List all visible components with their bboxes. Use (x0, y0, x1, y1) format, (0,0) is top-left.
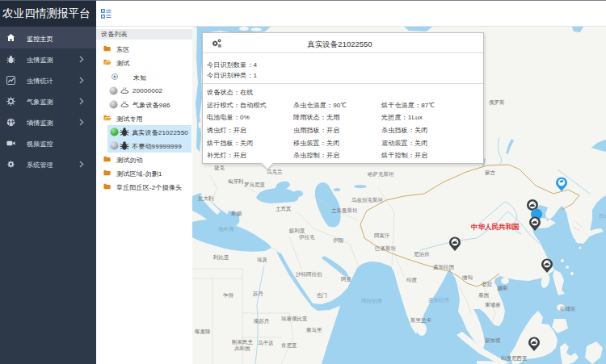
svg-text:土库曼斯坦: 土库曼斯坦 (331, 207, 358, 214)
svg-text:乌兹别克斯坦: 乌兹别克斯坦 (351, 197, 384, 203)
svg-text:意大利: 意大利 (197, 195, 214, 201)
svg-text:新加坡: 新加坡 (485, 337, 501, 343)
svg-text:阿曼: 阿曼 (341, 276, 352, 282)
svg-text:叙利亚: 叙利亚 (288, 228, 305, 234)
svg-text:老挝: 老挝 (482, 281, 493, 287)
svg-text:苏丹: 苏丹 (252, 291, 264, 297)
svg-text:希腊: 希腊 (231, 211, 242, 216)
svg-text:泰国: 泰国 (478, 292, 489, 299)
svg-text:柬埔寨: 柬埔寨 (485, 302, 501, 308)
svg-text:越南: 越南 (497, 285, 508, 291)
svg-text:捷克: 捷克 (214, 165, 225, 171)
svg-text:乌干达: 乌干达 (258, 340, 274, 346)
svg-text:肯尼亚: 肯尼亚 (281, 342, 297, 348)
svg-text:尼泊尔: 尼泊尔 (414, 251, 430, 257)
svg-text:匈牙利: 匈牙利 (228, 178, 244, 184)
svg-text:埃及: 埃及 (256, 257, 268, 262)
svg-text:孟加拉湾: 孟加拉湾 (428, 297, 450, 303)
svg-text:日本海: 日本海 (599, 213, 606, 220)
svg-text:索马里: 索马里 (306, 327, 322, 333)
svg-text:中华人民共和国: 中华人民共和国 (471, 223, 520, 231)
svg-text:印度尼西亚: 印度尼西亚 (501, 355, 528, 362)
svg-text:南苏丹: 南苏丹 (254, 318, 270, 324)
svg-text:菲律宾: 菲律宾 (559, 306, 576, 312)
svg-text:斯里兰卡: 斯里兰卡 (410, 317, 432, 323)
svg-text:乌克兰: 乌克兰 (267, 169, 283, 175)
svg-text:埃塞俄比亚: 埃塞俄比亚 (280, 316, 308, 322)
svg-text:哈萨克斯坦: 哈萨克斯坦 (368, 171, 394, 178)
svg-text:共和国: 共和国 (234, 345, 250, 352)
svg-text:阿富汗: 阿富汗 (374, 232, 390, 239)
svg-text:孟加拉国: 孟加拉国 (433, 264, 454, 270)
svg-text:喀麦隆: 喀麦隆 (195, 328, 211, 335)
svg-text:利比亚: 利比亚 (213, 254, 229, 260)
svg-text:罗马尼亚: 罗马尼亚 (244, 182, 266, 188)
svg-text:俄罗斯: 俄罗斯 (489, 99, 505, 106)
svg-text:印度: 印度 (406, 277, 418, 283)
svg-text:沙特阿拉伯: 沙特阿拉伯 (296, 271, 322, 278)
svg-text:伊朗: 伊朗 (333, 237, 343, 244)
svg-text:地中海: 地中海 (218, 226, 234, 232)
svg-text:也门: 也门 (317, 292, 327, 298)
svg-text:阿拉伯海: 阿拉伯海 (361, 298, 383, 304)
svg-text:缅甸: 缅甸 (462, 274, 473, 280)
svg-text:乍得: 乍得 (222, 292, 234, 299)
svg-text:土耳其: 土耳其 (276, 206, 292, 212)
svg-text:蒙古: 蒙古 (485, 169, 496, 176)
svg-text:伊拉克: 伊拉克 (299, 234, 315, 241)
svg-text:巴基斯坦: 巴基斯坦 (375, 245, 397, 251)
svg-text:刚果民主: 刚果民主 (232, 339, 254, 345)
